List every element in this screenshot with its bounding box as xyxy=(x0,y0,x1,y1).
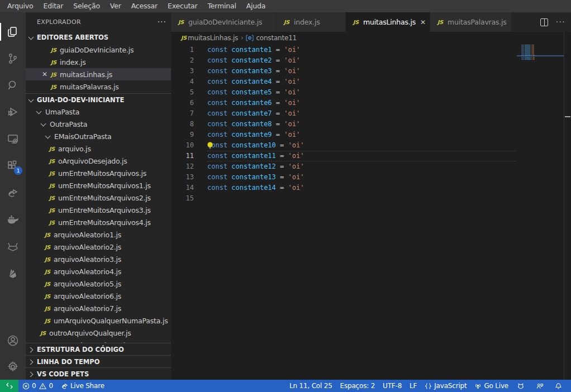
split-editor-icon[interactable] xyxy=(540,18,548,26)
open-editors-list: ✕JSguiaDoDevIniciante.js✕JSindex.js✕JSmu… xyxy=(26,44,171,93)
section-linha-do-tempo[interactable]: LINHA DO TEMPO xyxy=(26,355,171,367)
token-keyword: const xyxy=(207,152,227,160)
breadcrumb-symbol[interactable]: constante11 xyxy=(256,34,297,42)
status-notifications[interactable] xyxy=(550,380,569,392)
activity-accounts-button[interactable] xyxy=(0,327,26,353)
open-editor-item[interactable]: ✕JSmuitasLinhas.js xyxy=(26,68,171,80)
activity-remote-explorer-button[interactable] xyxy=(0,126,26,152)
token-string: 'oi' xyxy=(284,99,300,107)
js-file-icon: JS xyxy=(43,305,52,312)
activity-explorer-button[interactable] xyxy=(0,18,26,45)
activity-gitlab-button[interactable] xyxy=(0,233,26,260)
line-number: 14 xyxy=(171,183,194,193)
lightbulb-icon[interactable] xyxy=(206,141,214,150)
activity-extensions-button[interactable]: 1 xyxy=(0,152,26,179)
tree-item-file[interactable]: JSumArquivoQualquerNumaPasta.js xyxy=(26,314,171,327)
open-editor-item[interactable]: ✕JSmuitasPalavras.js xyxy=(26,80,171,93)
sidebar-more-actions-button[interactable]: ··· xyxy=(158,19,166,25)
activity-run-debug-button[interactable] xyxy=(0,99,26,126)
status-cursor-position[interactable]: Ln 11, Col 25 xyxy=(286,380,336,392)
section-estrutura-do-c-digo[interactable]: ESTRUTURA DO CÓDIGO xyxy=(26,343,171,355)
live-share-status[interactable]: Live Share xyxy=(57,380,108,392)
activity-search-button[interactable] xyxy=(0,72,26,99)
tree-item-file[interactable]: JSarquivoAleatorio4.js xyxy=(26,265,171,278)
activity-firebase-button[interactable] xyxy=(0,260,26,286)
js-file-icon: JS xyxy=(43,318,52,324)
token-string: 'oi' xyxy=(284,67,300,75)
tree-item-file[interactable]: JSarquivoAleatorio5.js xyxy=(26,278,171,290)
problems-status[interactable]: 00 xyxy=(18,380,57,392)
tree-item-file[interactable]: JSumEntreMuitosArquivos3.js xyxy=(26,204,171,216)
open-editors-section-header[interactable]: EDITORES ABERTOS xyxy=(26,31,171,44)
status-eol-label: LF xyxy=(410,382,417,390)
activity-live-share-button[interactable] xyxy=(0,179,26,206)
folder-label: UmaPasta xyxy=(45,108,79,116)
menu-item-arquivo[interactable]: Arquivo xyxy=(2,0,38,12)
tree-item-file[interactable]: JSarquivoAleatorio1.js xyxy=(26,228,171,241)
tab-guiaDoDevIniciante-js[interactable]: JSguiaDoDevIniciante.js xyxy=(171,12,277,32)
tree-item-file[interactable]: JSumEntreMuitosArquivos4.js xyxy=(26,216,171,228)
tree-item-file[interactable]: JSoArquivoDesejado.js xyxy=(26,155,171,167)
line-number: 11 xyxy=(171,151,194,161)
tree-item-file[interactable]: JSoutroArquivoQualquer.js xyxy=(26,327,171,339)
overview-ruler[interactable] xyxy=(564,32,571,380)
status-indentation[interactable]: Espaços: 2 xyxy=(336,380,379,392)
activity-docker-button[interactable] xyxy=(0,206,26,233)
more-actions-icon[interactable]: ··· xyxy=(556,20,565,25)
status-go-live[interactable]: Go Live xyxy=(470,380,512,392)
tab-muitasLinhas-js[interactable]: JSmuitasLinhas.js✕ xyxy=(346,12,430,32)
tree-item-folder[interactable]: OutraPasta xyxy=(26,118,171,130)
token-constant: constante4 xyxy=(227,78,272,85)
tree-item-file[interactable]: JSarquivoAleatorio6.js xyxy=(26,290,171,302)
editor-group: JSguiaDoDevIniciante.jsJSindex.jsJSmuita… xyxy=(171,12,571,380)
activity-source-control-button[interactable] xyxy=(0,45,26,72)
tree-item-file[interactable]: JSarquivoAleatorio7.js xyxy=(26,302,171,314)
menu-item-ver[interactable]: Ver xyxy=(105,0,126,12)
token-constant: constante2 xyxy=(227,56,272,64)
minimap[interactable] xyxy=(517,44,564,380)
menu-item-acessar[interactable]: Acessar xyxy=(126,0,163,12)
code-editor[interactable]: 1const constante1 = 'oi'2const constante… xyxy=(171,44,571,380)
status-feedback[interactable] xyxy=(531,380,550,392)
tab-muitasPalavras-js[interactable]: JSmuitasPalavras.js xyxy=(430,12,512,32)
tab-close-icon[interactable]: ✕ xyxy=(416,18,426,26)
sidebar-title: EXPLORADOR xyxy=(37,18,81,26)
file-label: umEntreMuitosArquivos2.js xyxy=(58,194,151,202)
menu-item-executar[interactable]: Executar xyxy=(163,0,203,12)
tree-item-file[interactable]: JSumArquivoQualquer.js xyxy=(26,339,171,343)
breadcrumb: JS muitasLinhas.js › constante11 xyxy=(171,32,571,44)
status-encoding[interactable]: UTF-8 xyxy=(379,380,406,392)
status-language[interactable]: JavaScript xyxy=(421,380,470,392)
tree-item-file[interactable]: JSumEntreMuitosArquivos2.js xyxy=(26,192,171,204)
section-vs-code-pets[interactable]: VS CODE PETS xyxy=(26,367,171,380)
open-editor-item[interactable]: ✕JSguiaDoDevIniciante.js xyxy=(26,44,171,56)
tree-item-file[interactable]: JSarquivoAleatorio2.js xyxy=(26,241,171,253)
tree-item-file[interactable]: JSarquivo.js xyxy=(26,142,171,155)
code-line: 10const constante10 = 'oi' xyxy=(171,140,571,151)
menu-item-editar[interactable]: Editar xyxy=(38,0,68,12)
tree-item-folder[interactable]: UmaPasta xyxy=(26,106,171,118)
status-pets[interactable] xyxy=(512,380,531,392)
tab-bar: JSguiaDoDevIniciante.jsJSindex.jsJSmuita… xyxy=(171,12,571,32)
js-file-icon: JS xyxy=(39,330,47,336)
breadcrumb-file[interactable]: muitasLinhas.js xyxy=(188,34,238,42)
menu-item-ajuda[interactable]: Ajuda xyxy=(241,0,271,12)
open-editor-item[interactable]: ✕JSindex.js xyxy=(26,56,171,68)
activity-settings-button[interactable] xyxy=(0,353,26,380)
folder-section-header[interactable]: GUIA-DO-DEV-INICIANTE xyxy=(26,93,171,106)
tree-item-file[interactable]: JSumEntreMuitosArquivos1.js xyxy=(26,179,171,192)
status-indentation-label: Espaços: 2 xyxy=(340,382,375,390)
remote-indicator[interactable] xyxy=(0,380,18,392)
close-icon[interactable]: ✕ xyxy=(40,70,49,79)
menu-item-seleção[interactable]: Seleção xyxy=(68,0,105,12)
folder-label: EMaisOutraPasta xyxy=(54,132,112,141)
open-editor-label: guiaDoDevIniciante.js xyxy=(60,46,134,54)
tree-item-file[interactable]: JSarquivoAleatorio3.js xyxy=(26,253,171,265)
tree-item-folder[interactable]: EMaisOutraPasta xyxy=(26,130,171,142)
menu-item-terminal[interactable]: Terminal xyxy=(202,0,241,12)
tree-item-file[interactable]: JSumEntreMuitosArquivos.js xyxy=(26,167,171,179)
status-eol[interactable]: LF xyxy=(406,380,421,392)
status-bar: 00 Live Share Ln 11, Col 25Espaços: 2UTF… xyxy=(0,380,571,392)
tab-index-js[interactable]: JSindex.js xyxy=(277,12,346,32)
code-text: const constante4 = 'oi' xyxy=(207,77,300,87)
